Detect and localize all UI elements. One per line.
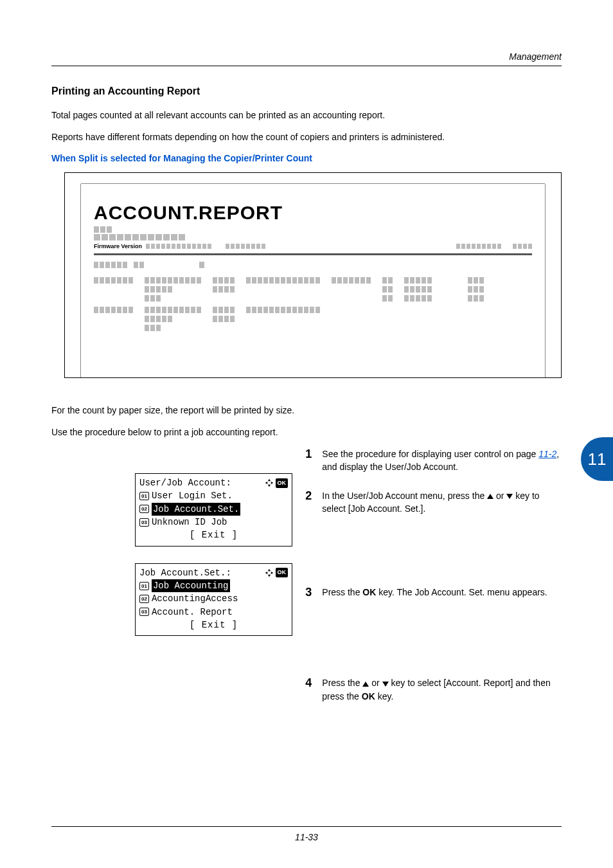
svg-marker-0 [267,479,270,482]
lcd2-item-num: 01 [139,582,149,590]
lcd2-item-num: 02 [139,595,149,603]
intro-p2: Reports have different formats depending… [51,131,562,143]
header-section: Management [509,51,562,62]
lcd1-item-num: 03 [139,518,149,527]
step-number: 3 [300,586,312,599]
lcd2-item-label: Account. Report [152,606,233,619]
svg-marker-6 [265,572,267,574]
page-heading: Printing an Accounting Report [51,86,562,97]
step-1-text: See the procedure for displaying user co… [322,448,562,474]
nav-arrows-icon [265,478,274,487]
lcd2-item-selected: Job Accounting [152,579,230,592]
svg-marker-5 [267,575,270,577]
down-arrow-icon [506,494,513,499]
lcd1-item-num: 01 [139,492,149,500]
up-arrow-icon [487,494,493,499]
svg-marker-4 [267,569,270,572]
page-number: 11-33 [51,826,562,842]
intro-p1: Total pages counted at all relevant acco… [51,109,562,122]
ok-icon: OK [276,478,289,488]
ok-icon: OK [276,568,289,577]
report-preview: ACCOUNT.REPORT Firmware Version [64,172,562,378]
svg-marker-2 [265,482,267,484]
page-link[interactable]: 11-2 [538,449,556,459]
lcd2-exit: [ Exit ] [139,619,288,631]
step-number: 2 [300,489,312,516]
lcd-screen-2: Job Account.Set.: OK 01Job Accounting 02… [135,563,292,636]
lcd2-item-label: AccountingAccess [152,592,238,605]
step-number: 4 [300,676,312,703]
step-number: 1 [300,448,312,474]
lcd-screen-1: User/Job Account: OK 01User Login Set. 0… [135,473,292,546]
step-4-text: Press the or key to select [Account. Rep… [322,676,562,703]
lcd1-item-label: User Login Set. [152,489,233,502]
svg-marker-3 [271,482,273,484]
lcd1-title: User/Job Account: [139,476,231,489]
report-title: ACCOUNT.REPORT [94,202,532,224]
lcd1-item-label: Unknown ID Job [152,516,227,529]
firmware-label: Firmware Version [94,243,142,249]
body-p3: For the count by paper size, the report … [51,404,562,417]
sub-heading: When Split is selected for Managing the … [51,153,562,163]
body-p4: Use the procedure below to print a job a… [51,426,562,439]
svg-marker-7 [271,572,273,574]
page-curl [64,375,562,378]
svg-marker-1 [267,485,270,487]
report-preview-inner: ACCOUNT.REPORT Firmware Version [80,183,546,378]
lcd1-item-num: 02 [139,505,149,513]
lcd1-exit: [ Exit ] [139,529,288,541]
step-2-text: In the User/Job Account menu, press the … [322,489,562,516]
nav-arrows-icon [265,568,274,577]
down-arrow-icon [382,682,389,687]
lcd2-item-num: 03 [139,608,149,616]
lcd2-title: Job Account.Set.: [139,566,231,579]
step-3-text: Press the OK key. The Job Account. Set. … [322,586,547,599]
lcd1-item-selected: Job Account.Set. [152,503,240,516]
up-arrow-icon [362,682,369,687]
